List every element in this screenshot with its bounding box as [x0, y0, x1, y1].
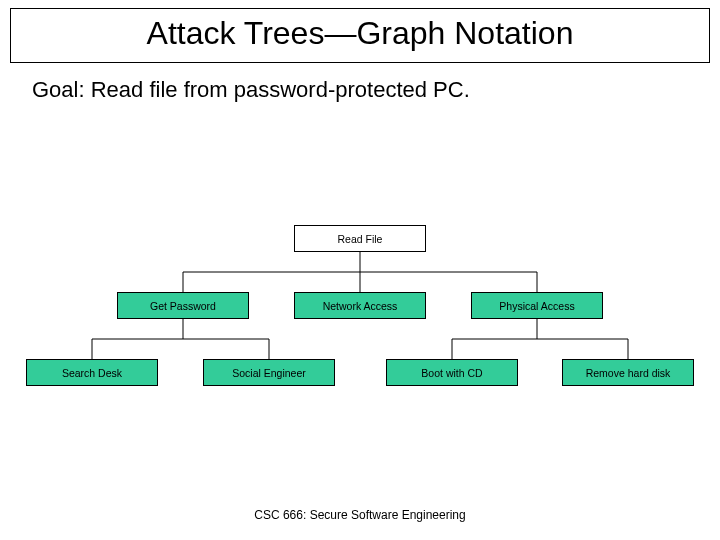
node-physical-access: Physical Access [471, 292, 603, 319]
slide-footer: CSC 666: Secure Software Engineering [0, 508, 720, 522]
node-root: Read File [294, 225, 426, 252]
title-bar: Attack Trees—Graph Notation [10, 8, 710, 63]
node-social-engineer: Social Engineer [203, 359, 335, 386]
tree-connectors [0, 225, 720, 425]
goal-text: Goal: Read file from password-protected … [32, 77, 720, 103]
slide-title: Attack Trees—Graph Notation [25, 15, 695, 52]
node-remove-hard-disk: Remove hard disk [562, 359, 694, 386]
node-boot-with-cd: Boot with CD [386, 359, 518, 386]
node-get-password: Get Password [117, 292, 249, 319]
node-network-access: Network Access [294, 292, 426, 319]
node-search-desk: Search Desk [26, 359, 158, 386]
